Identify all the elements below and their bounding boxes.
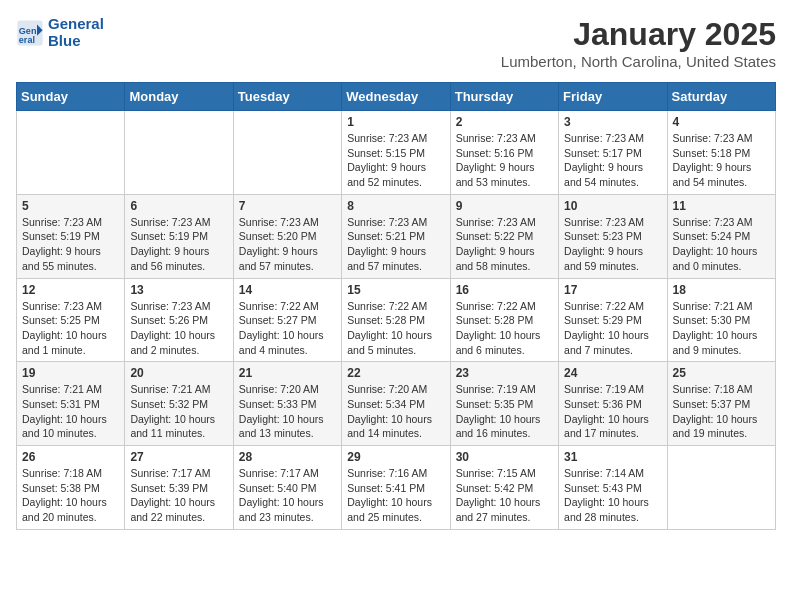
day-info: Sunrise: 7:23 AM Sunset: 5:21 PM Dayligh…	[347, 215, 444, 274]
day-info: Sunrise: 7:20 AM Sunset: 5:34 PM Dayligh…	[347, 382, 444, 441]
week-row-2: 5Sunrise: 7:23 AM Sunset: 5:19 PM Daylig…	[17, 194, 776, 278]
calendar-cell: 9Sunrise: 7:23 AM Sunset: 5:22 PM Daylig…	[450, 194, 558, 278]
day-number: 17	[564, 283, 661, 297]
day-number: 22	[347, 366, 444, 380]
calendar-cell: 3Sunrise: 7:23 AM Sunset: 5:17 PM Daylig…	[559, 111, 667, 195]
calendar-cell	[125, 111, 233, 195]
day-info: Sunrise: 7:22 AM Sunset: 5:28 PM Dayligh…	[456, 299, 553, 358]
day-number: 30	[456, 450, 553, 464]
day-number: 27	[130, 450, 227, 464]
day-info: Sunrise: 7:21 AM Sunset: 5:31 PM Dayligh…	[22, 382, 119, 441]
calendar-cell	[17, 111, 125, 195]
title-block: January 2025 Lumberton, North Carolina, …	[501, 16, 776, 70]
day-info: Sunrise: 7:21 AM Sunset: 5:30 PM Dayligh…	[673, 299, 770, 358]
day-number: 21	[239, 366, 336, 380]
day-info: Sunrise: 7:23 AM Sunset: 5:18 PM Dayligh…	[673, 131, 770, 190]
calendar-cell: 10Sunrise: 7:23 AM Sunset: 5:23 PM Dayli…	[559, 194, 667, 278]
day-number: 5	[22, 199, 119, 213]
weekday-header-saturday: Saturday	[667, 83, 775, 111]
day-info: Sunrise: 7:16 AM Sunset: 5:41 PM Dayligh…	[347, 466, 444, 525]
day-info: Sunrise: 7:18 AM Sunset: 5:37 PM Dayligh…	[673, 382, 770, 441]
day-number: 10	[564, 199, 661, 213]
weekday-header-thursday: Thursday	[450, 83, 558, 111]
weekday-header-wednesday: Wednesday	[342, 83, 450, 111]
day-number: 12	[22, 283, 119, 297]
day-number: 28	[239, 450, 336, 464]
day-info: Sunrise: 7:22 AM Sunset: 5:27 PM Dayligh…	[239, 299, 336, 358]
calendar-cell: 5Sunrise: 7:23 AM Sunset: 5:19 PM Daylig…	[17, 194, 125, 278]
day-number: 2	[456, 115, 553, 129]
day-info: Sunrise: 7:23 AM Sunset: 5:19 PM Dayligh…	[22, 215, 119, 274]
day-info: Sunrise: 7:23 AM Sunset: 5:24 PM Dayligh…	[673, 215, 770, 274]
calendar-cell: 23Sunrise: 7:19 AM Sunset: 5:35 PM Dayli…	[450, 362, 558, 446]
day-info: Sunrise: 7:23 AM Sunset: 5:23 PM Dayligh…	[564, 215, 661, 274]
day-number: 25	[673, 366, 770, 380]
calendar-cell: 6Sunrise: 7:23 AM Sunset: 5:19 PM Daylig…	[125, 194, 233, 278]
calendar-cell: 2Sunrise: 7:23 AM Sunset: 5:16 PM Daylig…	[450, 111, 558, 195]
week-row-4: 19Sunrise: 7:21 AM Sunset: 5:31 PM Dayli…	[17, 362, 776, 446]
calendar-cell: 26Sunrise: 7:18 AM Sunset: 5:38 PM Dayli…	[17, 446, 125, 530]
weekday-header-tuesday: Tuesday	[233, 83, 341, 111]
svg-text:eral: eral	[19, 34, 35, 44]
calendar-cell: 30Sunrise: 7:15 AM Sunset: 5:42 PM Dayli…	[450, 446, 558, 530]
weekday-header-friday: Friday	[559, 83, 667, 111]
calendar-cell: 8Sunrise: 7:23 AM Sunset: 5:21 PM Daylig…	[342, 194, 450, 278]
day-info: Sunrise: 7:22 AM Sunset: 5:29 PM Dayligh…	[564, 299, 661, 358]
day-number: 8	[347, 199, 444, 213]
location-title: Lumberton, North Carolina, United States	[501, 53, 776, 70]
day-info: Sunrise: 7:23 AM Sunset: 5:16 PM Dayligh…	[456, 131, 553, 190]
calendar-cell: 28Sunrise: 7:17 AM Sunset: 5:40 PM Dayli…	[233, 446, 341, 530]
calendar-cell: 14Sunrise: 7:22 AM Sunset: 5:27 PM Dayli…	[233, 278, 341, 362]
calendar-cell: 13Sunrise: 7:23 AM Sunset: 5:26 PM Dayli…	[125, 278, 233, 362]
logo: Gen eral General Blue	[16, 16, 104, 49]
week-row-3: 12Sunrise: 7:23 AM Sunset: 5:25 PM Dayli…	[17, 278, 776, 362]
day-number: 15	[347, 283, 444, 297]
calendar-cell: 11Sunrise: 7:23 AM Sunset: 5:24 PM Dayli…	[667, 194, 775, 278]
day-info: Sunrise: 7:23 AM Sunset: 5:19 PM Dayligh…	[130, 215, 227, 274]
day-number: 14	[239, 283, 336, 297]
day-info: Sunrise: 7:19 AM Sunset: 5:35 PM Dayligh…	[456, 382, 553, 441]
day-info: Sunrise: 7:14 AM Sunset: 5:43 PM Dayligh…	[564, 466, 661, 525]
calendar-cell: 7Sunrise: 7:23 AM Sunset: 5:20 PM Daylig…	[233, 194, 341, 278]
day-number: 9	[456, 199, 553, 213]
day-number: 4	[673, 115, 770, 129]
day-number: 31	[564, 450, 661, 464]
day-number: 1	[347, 115, 444, 129]
day-info: Sunrise: 7:15 AM Sunset: 5:42 PM Dayligh…	[456, 466, 553, 525]
day-number: 13	[130, 283, 227, 297]
calendar-cell: 12Sunrise: 7:23 AM Sunset: 5:25 PM Dayli…	[17, 278, 125, 362]
calendar-cell: 4Sunrise: 7:23 AM Sunset: 5:18 PM Daylig…	[667, 111, 775, 195]
day-info: Sunrise: 7:23 AM Sunset: 5:26 PM Dayligh…	[130, 299, 227, 358]
weekday-header-sunday: Sunday	[17, 83, 125, 111]
week-row-5: 26Sunrise: 7:18 AM Sunset: 5:38 PM Dayli…	[17, 446, 776, 530]
logo-icon: Gen eral	[16, 19, 44, 47]
calendar-cell	[233, 111, 341, 195]
calendar-cell: 31Sunrise: 7:14 AM Sunset: 5:43 PM Dayli…	[559, 446, 667, 530]
weekday-header-monday: Monday	[125, 83, 233, 111]
day-number: 23	[456, 366, 553, 380]
calendar-cell: 16Sunrise: 7:22 AM Sunset: 5:28 PM Dayli…	[450, 278, 558, 362]
day-number: 20	[130, 366, 227, 380]
day-info: Sunrise: 7:17 AM Sunset: 5:39 PM Dayligh…	[130, 466, 227, 525]
calendar-cell: 19Sunrise: 7:21 AM Sunset: 5:31 PM Dayli…	[17, 362, 125, 446]
day-number: 11	[673, 199, 770, 213]
day-number: 24	[564, 366, 661, 380]
calendar-table: SundayMondayTuesdayWednesdayThursdayFrid…	[16, 82, 776, 530]
day-number: 7	[239, 199, 336, 213]
day-number: 16	[456, 283, 553, 297]
week-row-1: 1Sunrise: 7:23 AM Sunset: 5:15 PM Daylig…	[17, 111, 776, 195]
day-number: 19	[22, 366, 119, 380]
calendar-cell: 29Sunrise: 7:16 AM Sunset: 5:41 PM Dayli…	[342, 446, 450, 530]
calendar-cell: 17Sunrise: 7:22 AM Sunset: 5:29 PM Dayli…	[559, 278, 667, 362]
day-info: Sunrise: 7:20 AM Sunset: 5:33 PM Dayligh…	[239, 382, 336, 441]
day-info: Sunrise: 7:23 AM Sunset: 5:20 PM Dayligh…	[239, 215, 336, 274]
calendar-cell: 24Sunrise: 7:19 AM Sunset: 5:36 PM Dayli…	[559, 362, 667, 446]
day-number: 6	[130, 199, 227, 213]
day-number: 26	[22, 450, 119, 464]
calendar-cell: 1Sunrise: 7:23 AM Sunset: 5:15 PM Daylig…	[342, 111, 450, 195]
calendar-cell: 15Sunrise: 7:22 AM Sunset: 5:28 PM Dayli…	[342, 278, 450, 362]
day-number: 29	[347, 450, 444, 464]
day-info: Sunrise: 7:23 AM Sunset: 5:25 PM Dayligh…	[22, 299, 119, 358]
calendar-cell: 25Sunrise: 7:18 AM Sunset: 5:37 PM Dayli…	[667, 362, 775, 446]
calendar-cell: 22Sunrise: 7:20 AM Sunset: 5:34 PM Dayli…	[342, 362, 450, 446]
